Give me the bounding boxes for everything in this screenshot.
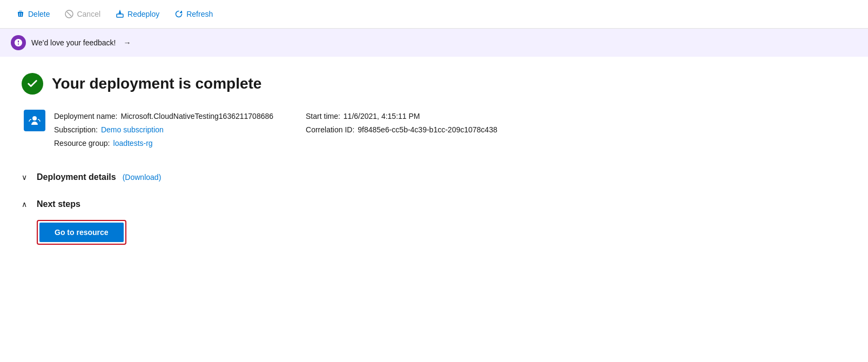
- feedback-banner[interactable]: We'd love your feedback! →: [0, 29, 868, 57]
- next-steps-content: Go to resource: [22, 220, 846, 245]
- main-content: Your deployment is complete Deployment n…: [0, 57, 868, 270]
- deployment-name-row: Deployment name: Microsoft.CloudNativeTe…: [54, 110, 273, 123]
- refresh-button[interactable]: Refresh: [169, 6, 218, 22]
- deployment-name-value: Microsoft.CloudNativeTesting163621170868…: [121, 110, 274, 123]
- feedback-icon: [11, 35, 26, 50]
- subscription-label: Subscription:: [54, 123, 98, 137]
- resource-group-link[interactable]: loadtests-rg: [113, 137, 153, 150]
- deployment-info: Deployment name: Microsoft.CloudNativeTe…: [22, 110, 846, 151]
- cancel-icon: [65, 10, 73, 18]
- deployment-title: Your deployment is complete: [52, 75, 261, 92]
- feedback-text: We'd love your feedback!: [31, 38, 116, 47]
- info-left: Deployment name: Microsoft.CloudNativeTe…: [24, 110, 273, 151]
- deployment-details-section: ∨ Deployment details (Download): [22, 168, 846, 186]
- subscription-row: Subscription: Demo subscription: [54, 123, 273, 137]
- next-steps-section: ∧ Next steps Go to resource: [22, 195, 846, 245]
- deployment-details-header[interactable]: ∨ Deployment details (Download): [22, 168, 846, 186]
- redeploy-icon: [116, 10, 124, 18]
- download-link[interactable]: (Download): [123, 173, 162, 182]
- correlation-value: 9f8485e6-cc5b-4c39-b1cc-209c1078c438: [358, 123, 497, 137]
- next-steps-title: Next steps: [37, 199, 80, 209]
- start-time-row: Start time: 11/6/2021, 4:15:11 PM: [306, 110, 497, 123]
- deployment-header: Your deployment is complete: [22, 73, 846, 95]
- cancel-button[interactable]: Cancel: [59, 6, 106, 22]
- next-steps-header[interactable]: ∧ Next steps: [22, 195, 846, 213]
- delete-icon: [16, 10, 25, 18]
- success-icon: [22, 73, 43, 95]
- start-time-value: 11/6/2021, 4:15:11 PM: [344, 110, 420, 123]
- info-details: Deployment name: Microsoft.CloudNativeTe…: [54, 110, 273, 151]
- toolbar: Delete Cancel Redeploy Refresh: [0, 0, 868, 29]
- svg-rect-2: [117, 14, 123, 17]
- info-right: Start time: 11/6/2021, 4:15:11 PM Correl…: [306, 110, 497, 151]
- correlation-label: Correlation ID:: [306, 123, 354, 137]
- refresh-icon: [174, 10, 183, 18]
- resource-icon: [24, 110, 45, 131]
- subscription-link[interactable]: Demo subscription: [101, 123, 164, 137]
- resource-group-label: Resource group:: [54, 137, 110, 150]
- deployment-details-title: Deployment details: [37, 172, 116, 182]
- delete-button[interactable]: Delete: [11, 6, 55, 22]
- svg-line-1: [67, 12, 71, 16]
- svg-point-4: [32, 116, 37, 120]
- chevron-down-icon: ∨: [22, 173, 30, 182]
- go-to-resource-wrapper: Go to resource: [37, 220, 126, 245]
- feedback-arrow: →: [124, 38, 131, 47]
- start-time-label: Start time:: [306, 110, 340, 123]
- redeploy-button[interactable]: Redeploy: [110, 6, 165, 22]
- chevron-up-icon: ∧: [22, 200, 30, 209]
- correlation-row: Correlation ID: 9f8485e6-cc5b-4c39-b1cc-…: [306, 123, 497, 137]
- deployment-name-label: Deployment name:: [54, 110, 118, 123]
- go-to-resource-button[interactable]: Go to resource: [39, 223, 124, 242]
- resource-group-row: Resource group: loadtests-rg: [54, 137, 273, 150]
